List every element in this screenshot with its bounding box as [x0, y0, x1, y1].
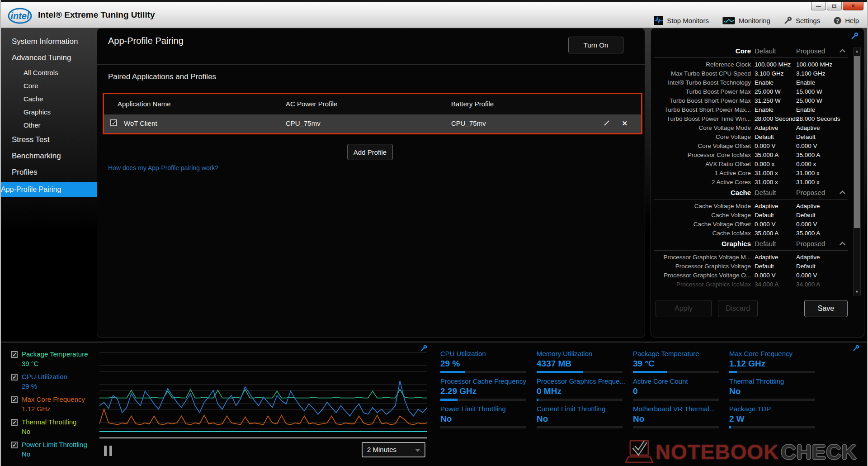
close-button[interactable]: ✕ — [843, 2, 863, 10]
delete-row-icon[interactable]: ✕ — [622, 119, 627, 128]
turn-on-button[interactable]: Turn On — [568, 37, 623, 53]
paired-apps-highlight-box: Application Name AC Power Profile Batter… — [103, 93, 642, 134]
sidebar-item[interactable]: App-Profile Pairing — [1, 182, 97, 197]
setting-row: 1 Active Core 31.000 x 31.000 x — [654, 168, 848, 177]
scroll-down-icon[interactable]: ▼ — [854, 290, 860, 294]
setting-row: Turbo Boost Short Power Max... Enable En… — [654, 105, 848, 114]
help-icon: ? — [834, 17, 841, 24]
column-application-name: Application Name — [118, 100, 171, 108]
pairing-help-link[interactable]: How does my App-Profile pairing work? — [108, 164, 218, 171]
divider — [654, 199, 848, 200]
legend-checkbox[interactable] — [11, 396, 18, 403]
panel-buttons: Apply Discard Save — [651, 300, 864, 318]
tile-progress-bar — [633, 399, 719, 401]
legend-item: Package Temperature 39 °C — [1, 350, 97, 372]
setting-row: Cache Voltage Offset 0.000 V 0.000 V — [654, 219, 848, 228]
divider — [654, 57, 848, 58]
setting-row: AVX Ratio Offset 0.000 x 0.000 x — [654, 159, 848, 168]
tile-progress-bar — [440, 399, 526, 401]
stop-monitors-button[interactable]: Stop Monitors — [654, 16, 709, 25]
setting-row: Intel® Turbo Boost Technology Enable Ena… — [654, 78, 848, 87]
status-tile: Thermal Throttling No — [729, 377, 818, 405]
status-tile: Package TDP 2 W — [729, 405, 818, 433]
setting-row: Cache Voltage Default Default — [654, 210, 848, 219]
setting-row: Core Voltage Offset 0.000 V 0.000 V — [654, 141, 848, 150]
settings-list: Core Default Proposed Reference Clock 10… — [654, 45, 848, 289]
sidebar-item[interactable]: Cache — [1, 92, 97, 105]
notebookcheck-logo-icon — [625, 439, 654, 465]
scroll-up-icon[interactable]: ▲ — [854, 49, 860, 53]
setting-row: Reference Clock 100.000 MHz 100.000 MHz — [654, 60, 848, 69]
scrollbar-thumb[interactable] — [854, 56, 860, 228]
sidebar-item[interactable]: System Information — [1, 33, 97, 50]
row-checkbox[interactable] — [110, 119, 117, 126]
legend-checkbox[interactable] — [11, 351, 18, 358]
graph-legend: Package Temperature 39 °C CPU Utilizatio… — [1, 342, 97, 463]
help-button[interactable]: ? Help — [834, 17, 859, 24]
sidebar-item[interactable]: Stress Test — [1, 132, 97, 148]
setting-row: Processor Graphics IccMax 34.000 A 34.00… — [654, 280, 848, 289]
tile-progress-bar — [729, 426, 815, 428]
apply-button[interactable]: Apply — [656, 300, 712, 317]
setting-row: Processor Graphics Voltage M... Adaptive… — [654, 252, 848, 262]
section-title: Paired Applications and Profiles — [108, 72, 216, 81]
status-tile: Current Limit Throttling No — [537, 405, 625, 433]
app-title: Intel® Extreme Tuning Utility — [38, 10, 155, 20]
column-battery-profile: Battery Profile — [451, 100, 494, 108]
setting-row: Max Turbo Boost CPU Speed 3.100 GHz 3.10… — [654, 69, 848, 78]
collapse-core-icon[interactable] — [840, 49, 845, 55]
collapse-graphics-icon[interactable] — [840, 242, 845, 247]
ac-profile-cell: CPU_75mv — [286, 119, 321, 127]
edit-row-icon[interactable] — [604, 119, 610, 128]
sidebar-item[interactable]: Core — [1, 79, 97, 92]
intel-logo-icon: intel — [7, 6, 33, 28]
tile-progress-bar — [440, 426, 526, 428]
minimize-button[interactable]: — — [811, 2, 826, 10]
sidebar-item[interactable]: All Controls — [1, 66, 97, 79]
settings-button[interactable]: Settings — [784, 16, 820, 24]
status-tile: Memory Utilization 4337 MB — [537, 350, 625, 377]
sidebar-item[interactable]: Benchmarking — [1, 148, 97, 164]
pause-monitor-button[interactable] — [104, 446, 112, 456]
application-name-cell: WoT Client — [124, 119, 157, 127]
sidebar-item[interactable]: Profiles — [1, 164, 97, 181]
collapse-cache-icon[interactable] — [840, 190, 845, 196]
setting-row: Processor Graphics Voltage Default Defau… — [654, 262, 848, 271]
status-tile: CPU Utilization 29 % — [440, 350, 529, 377]
settings-scrollbar[interactable]: ▲ ▼ — [853, 48, 861, 295]
discard-button[interactable]: Discard — [718, 300, 758, 317]
divider — [97, 64, 645, 65]
status-tile: Active Core Count 0 — [633, 377, 722, 405]
page-title: App-Profile Pairing — [108, 36, 184, 46]
status-tile: Power Limit Throttling No — [440, 405, 529, 433]
svg-text:?: ? — [836, 18, 839, 23]
add-profile-button[interactable]: Add Profile — [347, 144, 393, 160]
status-tile: Processor Cache Frequency 2.29 GHz — [440, 377, 529, 405]
legend-item: Thermal Throttling No — [1, 418, 97, 440]
maximize-button[interactable] — [827, 2, 842, 10]
chevron-down-icon — [415, 449, 420, 452]
tuning-settings-panel: Core Default Proposed Reference Clock 10… — [651, 28, 864, 338]
legend-checkbox[interactable] — [11, 419, 18, 426]
save-button[interactable]: Save — [804, 300, 848, 317]
status-tile: Processor Graphics Freque... 0 MHz — [537, 377, 625, 405]
sidebar-item[interactable]: Other — [1, 119, 97, 132]
battery-profile-cell: CPU_75mv — [451, 119, 486, 127]
table-header: Application Name AC Power Profile Batter… — [104, 94, 641, 114]
notebookcheck-watermark: NOTEBOOK CHECK — [625, 439, 857, 465]
setting-row: Turbo Boost Short Power Max 31.250 W 25.… — [654, 96, 848, 105]
legend-checkbox[interactable] — [11, 442, 18, 448]
customize-wrench-icon[interactable] — [851, 32, 859, 42]
sidebar-item[interactable]: Advanced Tuning — [1, 50, 97, 66]
tile-progress-bar — [537, 371, 623, 373]
interval-dropdown[interactable]: 2 Minutes — [362, 442, 425, 457]
sidebar-item[interactable]: Graphics — [1, 105, 97, 119]
monitoring-panel: Package Temperature 39 °C CPU Utilizatio… — [1, 342, 867, 466]
setting-row: Turbo Boost Power Time Win... 28.000 Sec… — [654, 114, 848, 123]
monitoring-button[interactable]: Monitoring — [722, 17, 770, 24]
monitor-line-chart — [99, 352, 427, 438]
menu-bar: Stop Monitors Monitoring Settings — [654, 16, 859, 25]
legend-checkbox[interactable] — [11, 374, 18, 380]
setting-row: Cache IccMax 35.000 A 35.000 A — [654, 228, 848, 238]
tiles-settings-wrench-icon[interactable] — [853, 345, 859, 353]
